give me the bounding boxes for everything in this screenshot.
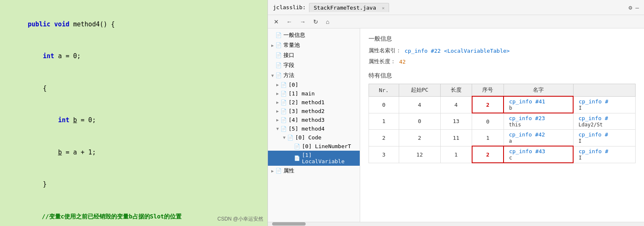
tree-item-method-init[interactable]: ▶ 📄 [0]: [268, 80, 360, 89]
cell-startpc: 0: [399, 113, 440, 130]
tree-arrow: ▶: [276, 82, 279, 87]
back-button[interactable]: ←: [285, 18, 294, 26]
forward-button[interactable]: →: [298, 18, 307, 26]
tree-arrow: ▶: [276, 100, 279, 105]
tree-item-method-4[interactable]: ▼ 📄 [5] method4: [268, 124, 360, 133]
attr-name-value: <LocalVariableTable>: [444, 48, 510, 54]
cell-name[interactable]: cp_info #23 this: [504, 113, 573, 130]
tree-item-field[interactable]: 📄 字段: [268, 60, 360, 70]
close-button[interactable]: ✕: [272, 18, 280, 26]
tab-stackframetest[interactable]: StackFrameTest.java ×: [309, 3, 389, 12]
cell-type[interactable]: cp_info # I: [573, 130, 635, 146]
tree-icon: 📄: [287, 135, 293, 141]
assign-b: = 0;: [77, 116, 96, 124]
cell-type[interactable]: cp_info # Lday2/St: [573, 113, 635, 130]
tree-item-method-4-code-localvariable[interactable]: 📄 [1] LocalVariable: [268, 151, 360, 166]
type-sub: I: [579, 138, 582, 144]
scrollbar-thumb[interactable]: [272, 222, 306, 226]
cell-length: 1: [440, 146, 472, 163]
gear-icon[interactable]: ⚙: [628, 4, 632, 11]
tree-icon: 📄: [275, 32, 282, 38]
code-line-4: int b = 0;: [13, 105, 255, 137]
attr-length-row: 属性长度： 42: [369, 58, 636, 65]
tree-item-method[interactable]: ▼ 📄 方法: [268, 70, 360, 80]
attr-name-label: 属性名索引：: [369, 47, 401, 54]
tree-arrow: [290, 144, 292, 149]
table-row: 2 2 11 1 cp_info #42 a cp_info # I: [369, 130, 636, 146]
tree-item-method-main[interactable]: ▶ 📄 [1] main: [268, 89, 360, 98]
tree-icon: 📄: [280, 117, 287, 123]
tree-item-general-info[interactable]: 📄 一般信息: [268, 30, 360, 40]
tree-item-method-4-code-linenumber[interactable]: 📄 [0] LineNumberT: [268, 142, 360, 151]
cell-startpc: 2: [399, 130, 440, 146]
tree-item-interface[interactable]: 📄 接口: [268, 50, 360, 60]
cell-nr: 1: [369, 113, 399, 130]
attr-name-link[interactable]: cp_info #22: [405, 48, 441, 54]
tree-icon: 📄: [280, 91, 287, 97]
tree-item-method-4-code[interactable]: ▼ 📄 [0] Code: [268, 133, 360, 142]
tree-item-method-2[interactable]: ▶ 📄 [3] method2: [268, 107, 360, 116]
cell-name[interactable]: cp_info #43 c: [504, 146, 573, 163]
tree-label: [5] method4: [288, 126, 325, 132]
horizontal-scrollbar[interactable]: [268, 222, 644, 226]
tree-arrow: ▶: [276, 118, 279, 122]
name-link[interactable]: cp_info #41: [509, 98, 545, 105]
tree-item-attribute[interactable]: ▶ 📄 属性: [268, 166, 360, 176]
cell-startpc: 12: [399, 146, 440, 163]
method-name: method4() {: [73, 21, 115, 28]
toolbar: ✕ ← → ↻ ⌂: [268, 15, 644, 28]
type-link[interactable]: cp_info #: [579, 115, 608, 121]
tree-label: [1] main: [288, 90, 315, 97]
name-link[interactable]: cp_info #43: [509, 148, 545, 154]
tree-icon: 📄: [294, 155, 300, 161]
attr-length-label: 属性长度：: [369, 58, 396, 65]
tree-arrow: ▼: [276, 126, 279, 131]
cell-length: 4: [440, 96, 472, 113]
jclasslib-label: jclasslib:: [273, 4, 306, 10]
tree-icon: 📄: [275, 168, 282, 174]
tree-label: 常量池: [283, 41, 300, 49]
tree-label: [2] method1: [288, 99, 325, 105]
name-sub: this: [509, 122, 521, 128]
table-row: 3 12 1 2 cp_info #43 c cp_info # I: [369, 146, 636, 163]
tree-arrow: ▶: [276, 91, 279, 96]
close-tab-icon[interactable]: ×: [382, 5, 385, 11]
type-sub: Lday2/St: [579, 122, 603, 128]
tree-item-method-3[interactable]: ▶ 📄 [4] method3: [268, 116, 360, 124]
tree-item-constant-pool[interactable]: ▶ 📄 常量池: [268, 40, 360, 50]
tree-item-method-1[interactable]: ▶ 📄 [2] method1: [268, 98, 360, 107]
name-link[interactable]: cp_info #42: [509, 131, 545, 138]
minimize-icon[interactable]: —: [636, 4, 639, 11]
var-a: a = 0;: [58, 52, 80, 60]
name-link[interactable]: cp_info #23: [509, 115, 545, 121]
type-sub: I: [579, 105, 582, 111]
table-row: 0 4 4 2 cp_info #41 b cp_info # I: [369, 96, 636, 113]
tree-arrow: ▶: [276, 109, 279, 113]
tree-label: [3] method2: [288, 108, 325, 114]
tree-label: 属性: [283, 167, 294, 175]
home-button[interactable]: ⌂: [324, 18, 331, 26]
type-link[interactable]: cp_info #: [579, 98, 608, 105]
tree-arrow: [271, 63, 274, 68]
type-link[interactable]: cp_info #: [579, 148, 608, 154]
main-content: 📄 一般信息 ▶ 📄 常量池 📄 接口 📄 字段 ▼ 📄 方法 ▶ 📄 [0] …: [268, 28, 644, 222]
tab-filename: StackFrameTest.java: [314, 5, 376, 11]
table-row: 1 0 13 0 cp_info #23 this cp_info # Lday…: [369, 113, 636, 130]
special-section: 特有信息 Nr. 起始PC 长度 序号 名字 0: [369, 72, 636, 163]
cell-length: 11: [440, 130, 472, 146]
cell-type[interactable]: cp_info # I: [573, 146, 635, 163]
refresh-button[interactable]: ↻: [312, 18, 320, 26]
keyword-public: public: [28, 21, 54, 28]
cell-name[interactable]: cp_info #41 b: [504, 96, 573, 113]
watermark: CSDN @小幸运安然: [217, 216, 263, 223]
tree-arrow: ▶: [271, 169, 274, 173]
type-link[interactable]: cp_info #: [579, 131, 608, 138]
cell-nr: 0: [369, 96, 399, 113]
tree-arrow: ▶: [271, 43, 274, 48]
cell-name[interactable]: cp_info #42 a: [504, 130, 573, 146]
cell-type[interactable]: cp_info # I: [573, 96, 635, 113]
tree-label: 字段: [283, 62, 294, 69]
tree-label: [4] method3: [288, 117, 325, 123]
tree-icon: 📄: [280, 126, 287, 132]
col-length: 长度: [440, 84, 472, 97]
